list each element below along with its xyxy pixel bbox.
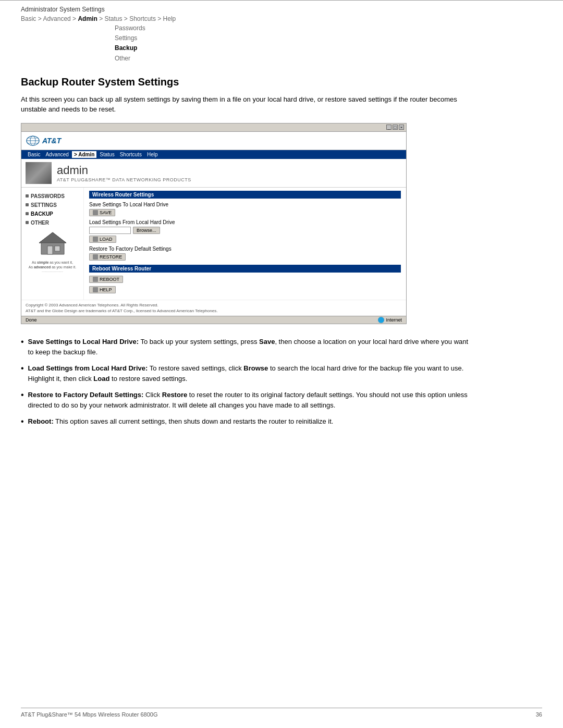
bullet-save-text: Save Settings to Local Hard Drive: To ba… (28, 337, 469, 357)
breadcrumb-advanced: Advanced (43, 15, 70, 22)
sidebar-image-area: As simple as you want it, As advanced as… (21, 227, 83, 277)
save-btn-label: SAVE (100, 210, 112, 215)
load-button[interactable]: LOAD (89, 236, 116, 243)
sidebar-other-label: OTHER (31, 220, 49, 226)
page-title-top: Administrator System Settings (21, 6, 542, 13)
load-btn-label: LOAD (100, 237, 113, 242)
inline-load: Load (93, 375, 109, 382)
save-settings-item: Save Settings To Local Hard Drive SAVE (89, 202, 401, 216)
sidebar-passwords-label: PASSWORDS (31, 193, 65, 199)
inner-nav-admin[interactable]: > Admin (72, 151, 96, 158)
inline-browse: Browse (243, 364, 268, 372)
att-globe-icon (26, 135, 40, 146)
sidebar-tagline: As simple as you want it, As advanced as… (26, 260, 79, 274)
copyright-line2: AT&T and the Globe Design are trademarks… (26, 309, 217, 313)
sidebar-panel: PASSWORDS SETTINGS BACKUP OTHER (21, 188, 84, 300)
reboot-section-title: Reboot Wireless Router (89, 265, 401, 273)
header-area: Administrator System Settings Basic > Ad… (0, 3, 563, 64)
page-title: Backup Router System Settings (21, 76, 542, 88)
admin-text-area: admin AT&T PLUG&SHARE™ DATA NETWORKING P… (57, 164, 191, 182)
inner-nav-help[interactable]: Help (145, 151, 160, 158)
footer-left: AT&T Plug&Share™ 54 Mbps Wireless Router… (21, 711, 158, 718)
bullet-reboot-bold: Reboot: (28, 417, 54, 425)
svg-rect-6 (47, 246, 53, 254)
load-settings-label: Load Settings From Local Hard Drive (89, 219, 401, 225)
restore-button[interactable]: RESTORE (89, 253, 126, 261)
inner-nav-basic[interactable]: Basic (26, 151, 42, 158)
sidebar-settings-label: SETTINGS (31, 202, 57, 208)
restore-icon (93, 254, 98, 260)
bullet-load: • Load Settings from Local Hard Drive: T… (21, 363, 469, 384)
inline-restore: Restore (162, 391, 187, 399)
bullet-save: • Save Settings to Local Hard Drive: To … (21, 337, 469, 357)
bullet-dot-reboot: • (21, 416, 24, 427)
bullet-load-text: Load Settings from Local Hard Drive: To … (28, 363, 469, 384)
breadcrumb-help: Help (163, 15, 176, 22)
inner-nav-advanced[interactable]: Advanced (43, 151, 70, 158)
att-logo: AT&T (26, 135, 61, 146)
admin-photo (26, 162, 52, 184)
bullet-icon (26, 212, 29, 215)
main-panel: Wireless Router Settings Save Settings T… (84, 188, 406, 300)
bullet-reboot-text: Reboot: This option saves all current se… (28, 416, 469, 427)
load-icon (93, 237, 98, 242)
browser-minimize-icon: _ (386, 125, 391, 130)
internet-icon: 🌐 (378, 317, 384, 323)
sidebar-passwords[interactable]: PASSWORDS (21, 192, 83, 201)
bullet-icon (26, 194, 29, 198)
att-logo-text: AT&T (42, 137, 61, 145)
sub-nav-other[interactable]: Other (115, 54, 542, 64)
bullet-restore-text: Restore to Factory Default Settings: Cli… (28, 390, 469, 410)
browse-button[interactable]: Browse... (133, 227, 160, 234)
inner-nav-bar: Basic Advanced > Admin Status Shortcuts … (21, 150, 406, 159)
browse-input[interactable] (89, 227, 131, 234)
breadcrumb-shortcuts: Shortcuts (129, 15, 156, 22)
help-item: HELP (89, 286, 401, 293)
inner-nav-status[interactable]: Status (97, 151, 116, 158)
sub-nav-settings[interactable]: Settings (115, 33, 542, 43)
bullet-section: • Save Settings to Local Hard Drive: To … (21, 337, 469, 427)
browser-titlebar: _ □ × (21, 124, 406, 132)
svg-marker-8 (39, 232, 66, 243)
save-button[interactable]: SAVE (89, 209, 115, 216)
copyright-line1: Copyright © 2003 Advanced American Telep… (26, 303, 158, 307)
breadcrumb-status: Status (104, 15, 122, 22)
house-icon (37, 230, 68, 256)
inline-save: Save (259, 338, 275, 346)
load-settings-item: Load Settings From Local Hard Drive Brow… (89, 219, 401, 243)
intro-text: At this screen you can back up all syste… (21, 94, 469, 115)
browser-copyright: Copyright © 2003 Advanced American Telep… (21, 300, 406, 316)
sidebar-settings[interactable]: SETTINGS (21, 201, 83, 209)
restore-settings-item: Restore To Factory Default Settings REST… (89, 246, 401, 261)
reboot-button[interactable]: REBOOT (89, 276, 123, 283)
admin-header: admin AT&T PLUG&SHARE™ DATA NETWORKING P… (21, 159, 406, 188)
restore-btn-label: RESTORE (100, 254, 122, 260)
sub-nav-backup[interactable]: Backup (115, 43, 542, 53)
save-settings-label: Save Settings To Local Hard Drive (89, 202, 401, 207)
admin-title: admin (57, 164, 191, 177)
bullet-icon (26, 221, 29, 224)
help-btn-label: HELP (100, 287, 112, 292)
restore-settings-label: Restore To Factory Default Settings (89, 246, 401, 252)
bullet-dot-restore: • (21, 390, 24, 401)
bullet-load-bold: Load Settings from Local Hard Drive: (28, 364, 148, 372)
help-button[interactable]: HELP (89, 286, 116, 293)
reboot-btn-label: REBOOT (100, 277, 119, 282)
bullet-dot-save: • (21, 337, 24, 348)
bullet-icon (26, 203, 29, 206)
browser-close-icon: × (399, 125, 404, 130)
att-logo-bar: AT&T (21, 132, 406, 150)
sidebar-dots: ····················· (42, 270, 63, 274)
statusbar-done: Done (26, 317, 37, 323)
browser-inner: AT&T Basic Advanced > Admin Status Short… (21, 132, 406, 324)
help-icon (93, 287, 98, 292)
footer-right: 36 (536, 711, 542, 718)
sidebar-other[interactable]: OTHER (21, 218, 83, 227)
bullet-reboot: • Reboot: This option saves all current … (21, 416, 469, 427)
browser-maximize-icon: □ (393, 125, 398, 130)
breadcrumb-admin: Admin (78, 15, 97, 22)
bullet-save-bold: Save Settings to Local Hard Drive: (28, 338, 139, 346)
sidebar-backup[interactable]: BACKUP (21, 209, 83, 218)
sub-nav-passwords[interactable]: Passwords (115, 23, 542, 33)
inner-nav-shortcuts[interactable]: Shortcuts (118, 151, 144, 158)
